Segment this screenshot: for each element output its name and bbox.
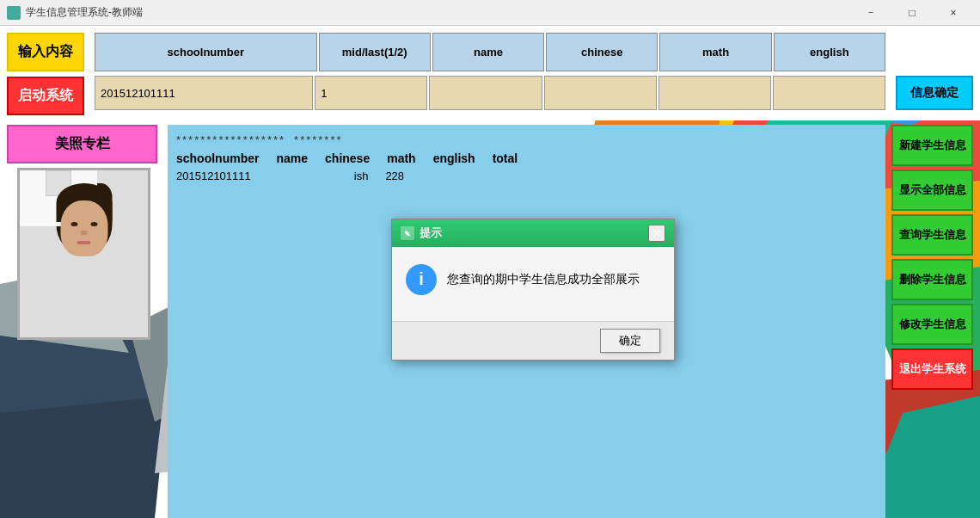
dialog-body: i 您查询的期中学生信息成功全部展示 [392, 247, 674, 321]
modal-overlay: ✎ 提示 × i 您查询的期中学生信息成功全部展示 确定 [0, 26, 980, 518]
dialog-title-bar: ✎ 提示 × [392, 219, 674, 247]
dialog-close-button[interactable]: × [648, 225, 665, 242]
maximize-button[interactable]: □ [892, 1, 932, 25]
dialog-app-icon: ✎ [401, 226, 414, 240]
app-icon [7, 6, 21, 20]
info-icon: i [406, 264, 437, 295]
dialog-message: 您查询的期中学生信息成功全部展示 [447, 271, 640, 288]
title-bar-left: 学生信息管理系统-教师端 [7, 5, 143, 20]
dialog-footer: 确定 [392, 321, 674, 360]
ok-button[interactable]: 确定 [600, 329, 660, 353]
dialog-box: ✎ 提示 × i 您查询的期中学生信息成功全部展示 确定 [391, 219, 675, 361]
main-content: 输入内容 启动系统 schoolnumber mid/last(1/2) nam… [0, 26, 980, 518]
dialog-title-text: 提示 [420, 225, 442, 241]
close-button[interactable]: × [934, 1, 973, 25]
window-title: 学生信息管理系统-教师端 [26, 5, 143, 20]
dialog-content: i 您查询的期中学生信息成功全部展示 [406, 264, 660, 295]
title-bar: 学生信息管理系统-教师端 － □ × [0, 0, 980, 26]
svg-text:✎: ✎ [404, 230, 411, 238]
minimize-button[interactable]: － [851, 1, 891, 25]
dialog-title-left: ✎ 提示 [401, 225, 442, 241]
window-controls: － □ × [851, 1, 973, 25]
